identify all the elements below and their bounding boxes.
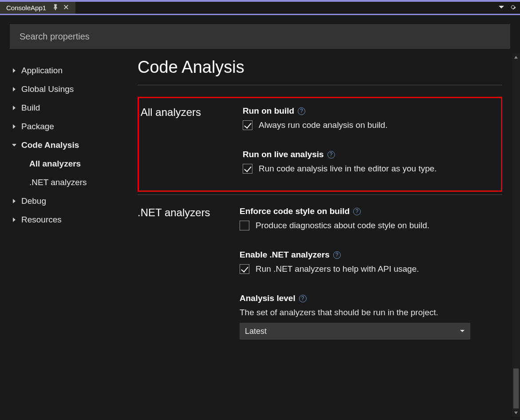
tab-title: ConsoleApp1 bbox=[6, 4, 46, 12]
checkbox-run-on-build[interactable] bbox=[243, 120, 252, 130]
chevron-right-icon bbox=[12, 106, 17, 110]
pin-icon[interactable] bbox=[52, 4, 59, 12]
field-enforce-style: Enforce code style on build ? Produce di… bbox=[240, 206, 502, 230]
tab-consoleapp1[interactable]: ConsoleApp1 bbox=[0, 2, 75, 14]
help-icon[interactable]: ? bbox=[298, 107, 305, 115]
sidebar-item-package[interactable]: Package bbox=[10, 117, 127, 136]
field-label: Enable .NET analyzers bbox=[240, 250, 330, 260]
section-title-net: .NET analyzers bbox=[138, 206, 222, 351]
chevron-right-icon bbox=[12, 199, 17, 203]
sidebar-item-global-usings[interactable]: Global Usings bbox=[10, 80, 127, 99]
sidebar-item-label: Package bbox=[21, 122, 54, 131]
field-enable-net: Enable .NET analyzers ? Run .NET analyze… bbox=[240, 250, 502, 274]
field-label: Run on live analysis bbox=[243, 150, 324, 159]
highlight-all-analyzers: All analyzers Run on build ? Always run … bbox=[138, 97, 502, 192]
help-icon[interactable]: ? bbox=[299, 295, 307, 302]
divider bbox=[138, 85, 502, 85]
field-label: Enforce code style on build bbox=[240, 206, 350, 216]
sidebar-item-label: Application bbox=[21, 66, 63, 75]
checkbox-label: Run code analysis live in the editor as … bbox=[259, 164, 437, 174]
checkbox-enable-net[interactable] bbox=[240, 264, 249, 274]
help-icon[interactable]: ? bbox=[327, 151, 335, 158]
chevron-down-icon bbox=[12, 143, 17, 147]
chevron-right-icon bbox=[12, 218, 17, 222]
help-icon[interactable]: ? bbox=[333, 251, 341, 259]
sidebar-item-resources[interactable]: Resources bbox=[10, 210, 127, 229]
sidebar-item-build[interactable]: Build bbox=[10, 99, 127, 117]
field-description: The set of analyzers that should be run … bbox=[240, 308, 502, 317]
sidebar-sub-all-analyzers[interactable]: All analyzers bbox=[10, 155, 127, 173]
search-wrap bbox=[0, 15, 520, 53]
sidebar-item-label: Resources bbox=[21, 215, 62, 225]
sidebar-item-label: All analyzers bbox=[29, 159, 81, 169]
chevron-right-icon bbox=[12, 87, 17, 91]
section-title-all: All analyzers bbox=[141, 106, 225, 185]
sidebar-item-label: Code Analysis bbox=[21, 140, 79, 150]
sidebar-item-label: Global Usings bbox=[21, 84, 74, 94]
field-run-on-build: Run on build ? Always run code analysis … bbox=[243, 106, 494, 130]
field-analysis-level: Analysis level ? The set of analyzers th… bbox=[240, 293, 502, 340]
sidebar-item-debug[interactable]: Debug bbox=[10, 192, 127, 210]
scroll-down-icon[interactable] bbox=[512, 409, 520, 417]
sidebar-item-label: Debug bbox=[21, 196, 46, 206]
sidebar-item-label: Build bbox=[21, 103, 40, 113]
page-title: Code Analysis bbox=[138, 58, 502, 77]
checkbox-run-on-live[interactable] bbox=[243, 164, 252, 174]
checkbox-enforce-style[interactable] bbox=[240, 221, 249, 230]
chevron-right-icon bbox=[12, 124, 17, 129]
vertical-scrollbar[interactable] bbox=[512, 53, 520, 417]
field-label: Analysis level bbox=[240, 293, 295, 303]
sidebar: Application Global Usings Build Package … bbox=[0, 53, 133, 417]
chevron-right-icon bbox=[12, 68, 17, 73]
sidebar-item-application[interactable]: Application bbox=[10, 61, 127, 80]
field-run-on-live: Run on live analysis ? Run code analysis… bbox=[243, 150, 494, 174]
field-label: Run on build bbox=[243, 106, 294, 116]
divider bbox=[138, 194, 502, 195]
help-icon[interactable]: ? bbox=[353, 208, 361, 215]
tab-strip: ConsoleApp1 bbox=[0, 0, 520, 15]
dropdown-analysis-level[interactable]: Latest bbox=[240, 323, 470, 340]
checkbox-label: Produce diagnostics about code style on … bbox=[256, 221, 429, 230]
chevron-down-icon[interactable] bbox=[498, 4, 505, 12]
scroll-up-icon[interactable] bbox=[512, 53, 520, 61]
gear-icon[interactable] bbox=[509, 4, 516, 12]
search-input[interactable] bbox=[10, 24, 510, 49]
sidebar-item-code-analysis[interactable]: Code Analysis bbox=[10, 136, 127, 155]
dropdown-value: Latest bbox=[245, 327, 267, 336]
close-icon[interactable] bbox=[63, 4, 69, 12]
content: Code Analysis All analyzers Run on build… bbox=[133, 53, 520, 417]
checkbox-label: Run .NET analyzers to help with API usag… bbox=[256, 264, 419, 274]
scrollbar-thumb[interactable] bbox=[513, 368, 519, 408]
chevron-down-icon bbox=[460, 329, 465, 334]
sidebar-item-label: .NET analyzers bbox=[29, 178, 87, 187]
checkbox-label: Always run code analysis on build. bbox=[259, 120, 387, 130]
sidebar-sub-net-analyzers[interactable]: .NET analyzers bbox=[10, 173, 127, 192]
